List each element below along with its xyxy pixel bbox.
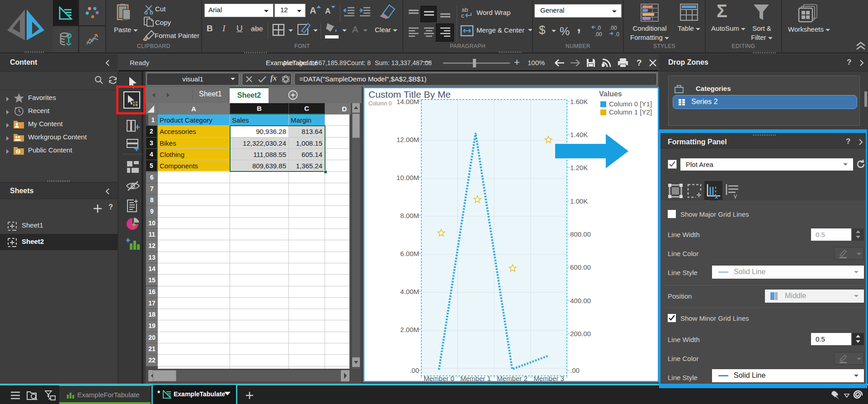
svg-text:c: c bbox=[461, 12, 464, 19]
svg-text:.0: .0 bbox=[596, 25, 601, 31]
svg-text:.0: .0 bbox=[615, 31, 619, 38]
svg-text:.00: .00 bbox=[594, 31, 602, 38]
svg-text:.00: .00 bbox=[609, 25, 617, 31]
